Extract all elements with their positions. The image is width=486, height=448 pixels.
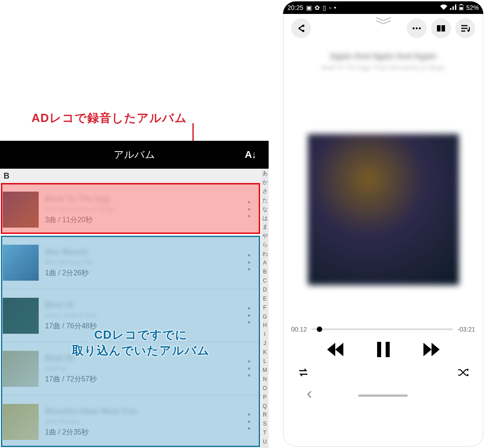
annotation-ad-reco: ADレコで録音したアルバム	[32, 110, 187, 126]
more-button[interactable]	[407, 18, 427, 38]
signal-icon	[450, 4, 456, 11]
prev-button[interactable]	[326, 342, 344, 359]
annotation-cd-line1: CDレコですでに	[72, 327, 210, 343]
index-letter[interactable]: T	[261, 430, 269, 439]
index-letter[interactable]: B	[261, 269, 269, 278]
now-playing-title: Again And Again And Again	[283, 52, 483, 61]
index-letter[interactable]: あ	[261, 170, 269, 179]
album-title: Best Of	[45, 300, 261, 310]
album-art-thumb	[3, 245, 39, 281]
index-letter[interactable]: O	[261, 385, 269, 394]
index-letter[interactable]: C	[261, 278, 269, 287]
album-stats: 3曲 / 11分20秒	[45, 215, 261, 225]
more-menu-icon[interactable]	[248, 254, 250, 270]
battery-icon	[459, 4, 464, 12]
clock: 20:25	[288, 4, 303, 11]
index-letter[interactable]: K	[261, 349, 269, 358]
svg-rect-9	[377, 342, 381, 357]
index-letter[interactable]: J	[261, 340, 269, 349]
now-playing-subtitle: Back To The Egg / Paul McCartney & Wings	[283, 64, 483, 71]
index-letter[interactable]: P	[261, 394, 269, 403]
more-menu-icon[interactable]	[248, 307, 250, 323]
back-nav-icon[interactable]	[306, 390, 314, 400]
svg-rect-10	[386, 342, 390, 357]
index-letter[interactable]: M	[261, 367, 269, 376]
index-letter[interactable]: は	[261, 215, 269, 224]
index-letter[interactable]: A	[261, 260, 269, 269]
index-letter[interactable]: ま	[261, 224, 269, 233]
index-letter[interactable]: Q	[261, 403, 269, 412]
annotation-cd-reco: CDレコですでに 取り込んでいたアルバム	[72, 327, 210, 358]
more-menu-icon[interactable]	[248, 413, 250, 430]
index-letter[interactable]: U	[261, 439, 269, 448]
player-topbar	[283, 14, 483, 40]
index-letter[interactable]: か	[261, 179, 269, 188]
index-letter[interactable]: さ	[261, 188, 269, 197]
repeat-button[interactable]	[297, 368, 309, 379]
album-row[interactable]: Blondes Have More Fun Rod Stewart 1曲 / 2…	[0, 395, 261, 448]
index-letter[interactable]: E	[261, 296, 269, 305]
album-row[interactable]: Back To The Egg Paul McCartney & Wings 3…	[0, 183, 261, 236]
album-stats: 17曲 / 72分57秒	[45, 375, 261, 384]
album-list: Back To The Egg Paul McCartney & Wings 3…	[0, 183, 261, 448]
svg-point-7	[419, 27, 421, 29]
shuffle-button[interactable]	[457, 368, 469, 379]
album-stats: 1曲 / 2分26秒	[45, 269, 261, 278]
album-title: Back To The Egg	[45, 194, 261, 204]
index-letter[interactable]: わ	[261, 251, 269, 260]
index-letter[interactable]: N	[261, 376, 269, 385]
seek-thumb[interactable]	[316, 326, 324, 333]
rec-icon: ▯	[323, 4, 326, 11]
status-bar: 20:25 ▣ ✿ ▯ ▫ • 52%	[283, 1, 483, 14]
section-header-letter: B	[0, 169, 261, 183]
seek-bar[interactable]: 00:12 -03:21	[283, 285, 483, 333]
index-letter[interactable]: D	[261, 287, 269, 296]
svg-rect-4	[459, 7, 463, 10]
index-letter[interactable]: S	[261, 421, 269, 430]
album-title: Bee Moved	[45, 247, 261, 257]
image-icon: ▣	[306, 4, 312, 11]
collapse-handle-icon[interactable]	[375, 17, 392, 27]
share-button[interactable]	[291, 18, 311, 38]
pause-button[interactable]	[376, 341, 391, 360]
lyrics-button[interactable]	[431, 18, 451, 38]
album-list-title: アルバム	[0, 148, 269, 161]
svg-point-6	[416, 27, 418, 29]
sort-button[interactable]: A↓	[245, 149, 256, 161]
index-letter[interactable]: H	[261, 323, 269, 332]
album-art	[308, 134, 459, 285]
svg-point-5	[413, 27, 414, 29]
next-button[interactable]	[423, 342, 441, 359]
dot-icon: •	[334, 4, 336, 11]
alpha-index-bar[interactable]: あかさたなはまやらわABCDEFGHIJKLMNOPQRSTU	[261, 169, 269, 448]
index-letter[interactable]: F	[261, 305, 269, 314]
index-letter[interactable]: L	[261, 358, 269, 367]
album-art-thumb	[3, 192, 39, 228]
album-artist: Earth, Wind & Fire	[45, 312, 261, 319]
annotation-cd-line2: 取り込んでいたアルバム	[72, 343, 210, 358]
index-letter[interactable]: R	[261, 412, 269, 421]
index-letter[interactable]: た	[261, 197, 269, 206]
album-row[interactable]: Bee Moved Blue Monday FM 1曲 / 2分26秒	[0, 236, 261, 289]
queue-button[interactable]	[455, 18, 475, 38]
album-art-thumb	[3, 351, 39, 387]
index-letter[interactable]: I	[261, 332, 269, 340]
player-screen: 20:25 ▣ ✿ ▯ ▫ • 52%	[283, 1, 483, 447]
more-menu-icon[interactable]	[248, 360, 250, 376]
index-letter[interactable]: や	[261, 233, 269, 242]
album-art-thumb	[3, 404, 39, 440]
album-list-header: アルバム A↓	[0, 141, 269, 169]
index-letter[interactable]: G	[261, 314, 269, 323]
sim-icon: ▫	[329, 4, 331, 11]
wifi-icon	[440, 4, 447, 11]
album-artist: Paul McCartney & Wings	[45, 206, 261, 213]
index-letter[interactable]: ら	[261, 242, 269, 251]
album-art-thumb	[3, 298, 39, 334]
index-letter[interactable]: な	[261, 206, 269, 215]
more-menu-icon[interactable]	[248, 201, 250, 217]
album-title: Blondes Have More Fun	[45, 407, 261, 416]
seek-track[interactable]	[311, 328, 453, 330]
home-pill-icon[interactable]	[358, 394, 408, 397]
album-artist: Rod Stewart	[45, 418, 261, 425]
remaining-time: -03:21	[457, 326, 475, 333]
